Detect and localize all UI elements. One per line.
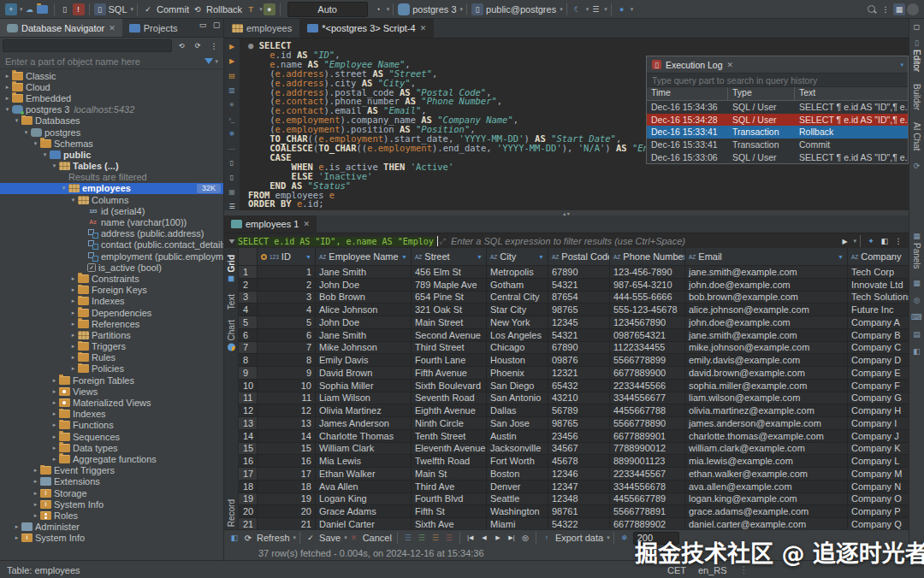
row-number[interactable]: 7 [239,342,258,355]
grid-cell[interactable]: Innovate Ltd [848,279,909,292]
column-filter-icon[interactable]: ▼ [536,254,544,260]
column-header-city[interactable]: AZCity▼ [487,248,548,265]
grid-cell[interactable]: 45678 [548,455,610,468]
grid-cell[interactable]: 12 [258,404,316,417]
grid-cell[interactable]: John Doe [316,279,412,292]
tree-expander-icon[interactable]: ▸ [50,434,59,440]
grid-cell[interactable]: olivia.martinez@example.com [685,404,848,417]
column-header-employee-name[interactable]: AZEmployee Name▼ [316,248,412,265]
grid-cell[interactable]: john.doe@example.com [685,279,848,292]
grid-cell[interactable]: Bob Brown [316,292,412,304]
grid-cell[interactable]: Main Street [412,316,487,329]
row-number[interactable]: 6 [239,329,258,342]
tree-expander-icon[interactable]: ▸ [50,445,59,451]
tree-item[interactable]: ▸Cloud [0,81,223,92]
expand-icon[interactable]: ⤢ [440,237,446,246]
log-row[interactable]: Dec-16 15:33:06SQL / UserSELECT ¶ e.id A… [647,150,908,163]
grid-cell[interactable]: 7 [258,342,316,355]
tree-item[interactable]: ✓is_active (bool) [0,262,223,273]
grid-cell[interactable]: Emily Davis [316,354,412,367]
chevron-down-icon[interactable]: ▾ [259,6,263,13]
grid-cell[interactable]: Company C [848,342,909,355]
log-column-headers[interactable]: Time Type Text [647,87,908,101]
chevron-down-icon[interactable]: ▾ [20,6,23,13]
grid-cell[interactable]: Daniel Carter [316,518,412,530]
grid-cell[interactable]: Eleventh Avenue [412,443,487,456]
grid-cell[interactable]: Dallas [487,404,548,417]
grid-corner[interactable] [239,248,258,265]
tree-expander-icon[interactable]: ▸ [50,410,59,417]
tree-expander-icon[interactable]: ▸ [31,501,40,508]
grid-cell[interactable]: 16 [258,455,316,468]
theme-icon[interactable]: ☾ [572,3,583,15]
column-header-street[interactable]: AZStreet▼ [412,248,487,265]
grid-cell[interactable]: daniel.carter@example.com [685,518,848,530]
grid-cell[interactable]: 34567 [548,443,610,456]
tree-expander-icon[interactable]: ▸ [31,478,40,485]
close-icon[interactable]: ✕ [420,24,427,32]
grid-cell[interactable]: 444-555-6666 [610,292,685,304]
row-number[interactable]: 1 [239,266,258,279]
grid-cell[interactable]: logan.king@example.com [685,493,848,506]
grid-cell[interactable]: james.anderson@example.com [685,417,848,430]
grid-cell[interactable]: Company P [848,505,909,518]
close-icon[interactable]: ✕ [727,61,734,69]
grid-cell[interactable]: 4455667788 [610,404,685,417]
row-number[interactable]: 17 [239,468,258,481]
tree-expander-icon[interactable]: ▸ [68,354,78,361]
grid-cell[interactable]: 7788990012 [610,443,685,456]
explain-plan-icon[interactable]: ▤ [227,70,238,81]
disconnect-icon[interactable]: ▯ [59,3,71,15]
copy-row-icon[interactable]: ☰ [429,532,441,544]
grid-cell[interactable]: liam.wilson@example.com [685,392,848,405]
tree-expander-icon[interactable]: ▸ [68,321,78,327]
cancel-icon[interactable]: ✕ [348,532,360,544]
snowflake-icon[interactable]: ❄ [227,128,238,139]
tree-item[interactable]: ▸Functions [0,420,223,431]
grid-cell[interactable]: 5566778891 [610,505,685,518]
column-filter-icon[interactable]: ▼ [474,254,483,260]
filter-icon[interactable] [204,58,213,64]
refresh-icon[interactable]: ⟳ [914,162,921,170]
new-connection-icon[interactable]: + [5,3,17,15]
more-icon[interactable]: ⋮ [880,3,891,15]
grid-cell[interactable]: 8 [258,354,316,367]
connection-select[interactable]: postgres 3 [412,4,456,15]
grid-cell[interactable]: Sixth Ave [412,518,487,530]
grid-cell[interactable]: Grace Adams [316,505,412,518]
new-script-icon[interactable]: ▯ [227,157,238,168]
log-row[interactable]: Dec-16 15:34:36SQL / UserSELECT ¶ e.id A… [647,101,908,114]
grid-cell[interactable]: bob.brown@example.com [685,292,848,304]
grid-cell[interactable]: Company D [848,354,909,367]
tree-expander-icon[interactable]: ▸ [12,534,21,541]
grid-cell[interactable]: 6677889900 [610,367,685,380]
ai-filter-icon[interactable]: ✦ [865,235,877,247]
apply-filter-icon[interactable]: ▶ [838,235,850,247]
tree-expander-icon[interactable]: ▾ [12,117,21,124]
grid-cell[interactable]: jane.smith@example.com [685,329,848,342]
grid-cell[interactable]: Ava Allen [316,481,412,493]
grid-cell[interactable]: Logan King [316,493,412,506]
save-script-icon[interactable]: ▯ [227,172,238,183]
grid-cell[interactable]: 6 [258,329,316,342]
grid-cell[interactable]: Company B [848,329,909,342]
grid-cell[interactable]: Company J [848,430,909,443]
tx-mode-select[interactable]: Auto [287,2,368,17]
execute-script-icon[interactable]: ▶ [227,56,238,67]
chevron-down-icon[interactable]: ▾ [900,62,903,68]
rollback-button[interactable]: Rollback [206,4,242,15]
tree-item[interactable]: ▸Aggregate functions [0,453,223,464]
grid-cell[interactable]: 3344556678 [610,481,685,493]
grid-cell[interactable]: Company M [848,468,909,481]
tree-item[interactable]: ▸Sequences [0,431,223,442]
tree-item[interactable]: ▸iSystem Info [0,498,223,510]
grid-cell[interactable]: 4455667789 [610,493,685,506]
grid-cell[interactable]: 12345 [548,316,610,329]
grid-cell[interactable]: Chicago [487,342,548,355]
tree-item[interactable]: ▸Roles [0,510,223,521]
grid-cell[interactable]: John Doe [316,316,412,329]
row-number[interactable]: 2 [239,279,258,292]
log-row[interactable]: Dec-16 15:33:41TransactionRollback [647,126,908,139]
close-icon[interactable]: ✕ [109,24,116,32]
grid-cell[interactable]: Central City [487,292,548,304]
